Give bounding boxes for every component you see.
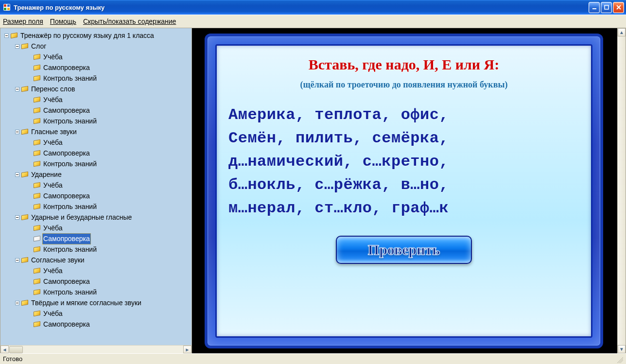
tree-leaf-label: Учёба [42,138,63,148]
tree-unit[interactable]: Слог [1,41,191,52]
tree-unit[interactable]: Твёрдые и мягкие согласные звуки [1,297,191,308]
tree-root-label: Тренажёр по русскому языку для 1 класса [19,31,155,41]
book-icon [34,193,40,199]
book-icon [34,97,40,103]
book-icon [34,75,40,81]
viewer-vertical-scrollbar[interactable]: ▲ ▼ [617,28,626,353]
title-bar: Тренажер по русскому языку [0,0,626,15]
tree-unit-label: Перенос слов [30,84,76,94]
tree-unit[interactable]: Ударение [1,169,191,180]
scroll-thumb[interactable] [9,346,23,353]
maximize-button[interactable] [601,2,612,13]
book-icon [11,33,17,38]
book-icon [21,257,28,263]
status-bar: Готово [0,353,626,364]
check-button[interactable]: Проверить [336,236,472,264]
book-icon [34,139,40,145]
book-icon [34,289,40,295]
exercise-heading: Вставь, где надо, И, Е или Я: [226,56,581,73]
menu-field-size[interactable]: Размер поля [3,17,43,25]
tree-leaf[interactable]: Контроль знаний [1,158,191,169]
tree-leaf[interactable]: Самопроверка [1,319,191,329]
contents-tree[interactable]: Тренажёр по русскому языку для 1 класса … [0,28,191,345]
tree-leaf-selected[interactable]: Самопроверка [1,233,191,244]
tree-leaf-label: Контроль знаний [42,116,98,126]
menu-bar: Размер поля Помощь Скрыть/показать содер… [0,15,626,28]
tree-leaf[interactable]: Самопроверка [1,105,191,116]
tree-leaf-label: Учёба [42,180,63,191]
book-icon [34,311,40,316]
tree-leaf-label: Учёба [42,95,63,105]
svg-rect-2 [7,4,10,7]
tree-leaf[interactable]: Самопроверка [1,276,191,287]
tree-leaf-label: Контроль знаний [42,287,98,297]
window-title: Тренажер по русскому языку [14,4,589,11]
tree-unit[interactable]: Согласные звуки [1,255,191,265]
tree-leaf[interactable]: Учёба [1,52,191,62]
svg-rect-3 [4,8,6,10]
collapse-icon[interactable] [15,301,19,305]
tree-leaf[interactable]: Учёба [1,137,191,148]
close-button[interactable] [613,2,624,13]
exercise-words[interactable]: Америка, теплота, офис, Семён, пилить, с… [226,104,581,220]
book-icon [34,246,40,252]
tree-leaf-label: Самопроверка [42,319,91,329]
tree-leaf-label: Учёба [42,309,63,319]
tree-unit-label: Согласные звуки [30,255,86,265]
collapse-icon[interactable] [15,87,19,91]
collapse-icon[interactable] [4,34,9,38]
resize-grip-icon[interactable] [615,355,623,363]
scroll-right-button[interactable]: ► [183,346,191,353]
tree-leaf[interactable]: Контроль знаний [1,201,191,212]
tree-leaf[interactable]: Учёба [1,180,191,191]
collapse-icon[interactable] [15,44,19,49]
tree-leaf[interactable]: Самопроверка [1,148,191,158]
book-icon [34,107,40,113]
svg-rect-6 [605,5,609,9]
book-icon [34,204,40,209]
exercise-subheading: (щёлкай по троеточию до появления нужной… [226,80,581,90]
menu-help[interactable]: Помощь [50,17,76,25]
menu-toggle-contents[interactable]: Скрыть/показать содержание [83,17,176,25]
tree-leaf[interactable]: Самопроверка [1,62,191,73]
tree-leaf[interactable]: Учёба [1,265,191,276]
tree-leaf[interactable]: Контроль знаний [1,287,191,297]
collapse-icon[interactable] [15,215,19,220]
tree-leaf-label: Контроль знаний [42,159,98,169]
tree-leaf-label: Самопроверка [42,63,91,73]
tree-leaf-label: Самопроверка [42,105,91,116]
tree-leaf[interactable]: Учёба [1,94,191,105]
tree-unit[interactable]: Перенос слов [1,84,191,94]
scroll-down-button[interactable]: ▼ [618,345,626,353]
tree-root[interactable]: Тренажёр по русскому языку для 1 класса [1,30,191,41]
svg-rect-1 [4,4,6,7]
book-icon [34,65,40,70]
tree-leaf[interactable]: Учёба [1,223,191,233]
tree-unit[interactable]: Гласные звуки [1,126,191,137]
tree-leaf[interactable]: Контроль знаний [1,244,191,255]
scroll-up-button[interactable]: ▲ [618,28,626,36]
collapse-icon[interactable] [15,173,19,177]
tree-leaf[interactable]: Самопроверка [1,191,191,201]
tree-unit-label: Твёрдые и мягкие согласные звуки [30,298,142,308]
book-icon [21,43,28,49]
book-icon [34,225,40,231]
scroll-left-button[interactable]: ◄ [0,346,9,353]
tree-leaf-label: Учёба [42,223,63,233]
collapse-icon[interactable] [15,130,19,134]
tree-leaf[interactable]: Учёба [1,308,191,319]
exercise-panel: Вставь, где надо, И, Е или Я: (щёлкай по… [205,34,603,348]
tree-unit-label: Гласные звуки [30,127,78,137]
tree-unit[interactable]: Ударные и безударные гласные [1,212,191,223]
tree-leaf-label: Контроль знаний [42,244,98,255]
tree-leaf[interactable]: Контроль знаний [1,73,191,84]
tree-leaf[interactable]: Контроль знаний [1,116,191,126]
book-icon [34,118,40,124]
collapse-icon[interactable] [15,258,19,262]
book-icon [34,161,40,167]
book-icon [34,150,40,156]
svg-rect-5 [592,8,596,9]
tree-horizontal-scrollbar[interactable]: ◄ ► [0,345,191,353]
minimize-button[interactable] [589,2,600,13]
book-icon [34,54,40,60]
